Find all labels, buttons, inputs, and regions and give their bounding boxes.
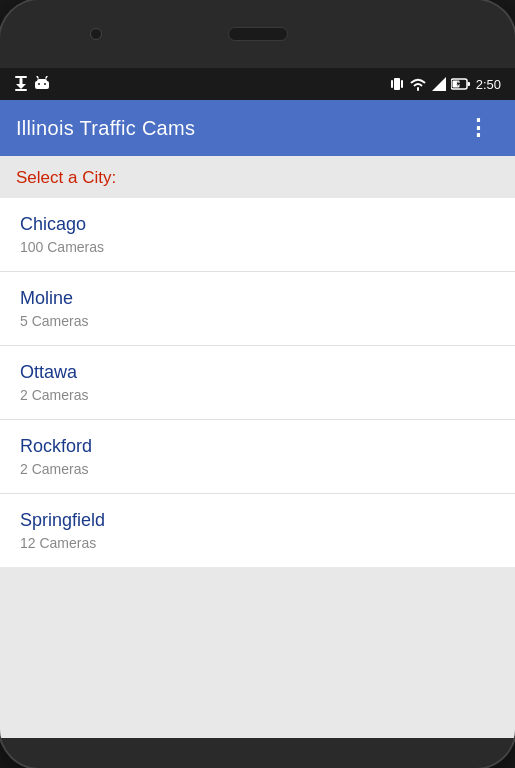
svg-line-9 <box>46 76 47 78</box>
city-camera-count: 5 Cameras <box>20 313 495 329</box>
city-name: Moline <box>20 288 495 309</box>
city-name: Springfield <box>20 510 495 531</box>
city-name: Rockford <box>20 436 495 457</box>
city-name: Chicago <box>20 214 495 235</box>
city-list-item[interactable]: Springfield12 Cameras <box>0 494 515 567</box>
status-bar-right: 2:50 <box>390 76 501 92</box>
wifi-icon <box>409 77 427 91</box>
app-toolbar: Illinois Traffic Cams ⋮ <box>0 100 515 156</box>
download-icon <box>14 76 28 92</box>
phone-top-bezel <box>0 0 515 68</box>
city-list-item[interactable]: Moline5 Cameras <box>0 272 515 346</box>
city-camera-count: 2 Cameras <box>20 387 495 403</box>
svg-line-8 <box>37 76 38 78</box>
content-area: Select a City: Chicago100 CamerasMoline5… <box>0 156 515 738</box>
status-bar: 2:50 <box>0 68 515 100</box>
vibrate-icon <box>390 76 404 92</box>
section-header: Select a City: <box>0 156 515 198</box>
status-bar-left <box>14 76 50 92</box>
city-camera-count: 2 Cameras <box>20 461 495 477</box>
city-camera-count: 12 Cameras <box>20 535 495 551</box>
android-icon <box>34 76 50 92</box>
svg-rect-2 <box>20 78 23 85</box>
app-title: Illinois Traffic Cams <box>16 117 459 140</box>
city-list-item[interactable]: Rockford2 Cameras <box>0 420 515 494</box>
svg-rect-10 <box>394 78 400 90</box>
front-camera <box>90 28 102 40</box>
phone-screen: 2:50 Illinois Traffic Cams ⋮ Select a Ci… <box>0 68 515 738</box>
city-list-item[interactable]: Ottawa2 Cameras <box>0 346 515 420</box>
city-list: Chicago100 CamerasMoline5 CamerasOttawa2… <box>0 198 515 567</box>
svg-rect-0 <box>15 76 27 78</box>
city-list-item[interactable]: Chicago100 Cameras <box>0 198 515 272</box>
city-camera-count: 100 Cameras <box>20 239 495 255</box>
signal-icon <box>432 77 446 91</box>
phone-device: 2:50 Illinois Traffic Cams ⋮ Select a Ci… <box>0 0 515 768</box>
svg-marker-3 <box>16 84 26 89</box>
battery-icon <box>451 77 471 91</box>
city-name: Ottawa <box>20 362 495 383</box>
svg-marker-13 <box>432 77 446 91</box>
phone-bottom-bezel <box>0 738 515 768</box>
svg-point-7 <box>44 83 46 85</box>
svg-rect-15 <box>467 82 470 86</box>
svg-point-6 <box>38 83 40 85</box>
earpiece-speaker <box>228 27 288 41</box>
status-time: 2:50 <box>476 77 501 92</box>
overflow-menu-button[interactable]: ⋮ <box>459 113 499 143</box>
svg-rect-11 <box>391 80 393 88</box>
svg-rect-12 <box>401 80 403 88</box>
svg-rect-1 <box>15 89 27 91</box>
